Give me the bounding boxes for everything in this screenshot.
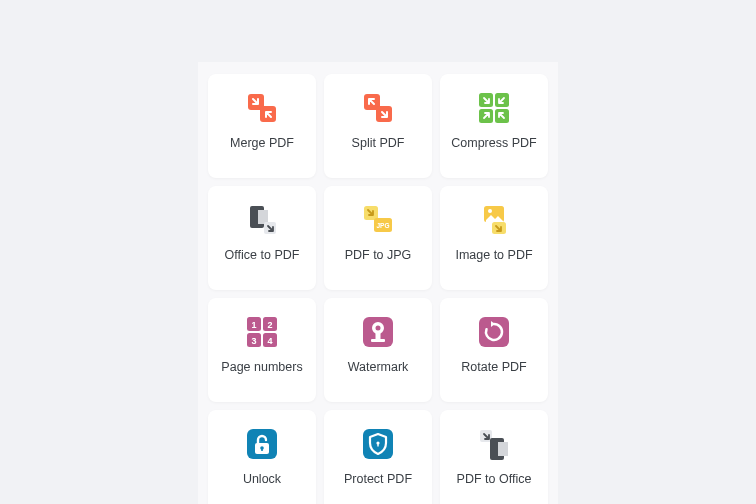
- svg-rect-35: [377, 443, 378, 447]
- office-to-pdf-icon: [242, 200, 282, 240]
- tool-label: Watermark: [348, 360, 409, 376]
- svg-rect-28: [479, 317, 509, 347]
- tool-image-to-pdf[interactable]: Image to PDF: [440, 186, 548, 290]
- tool-split-pdf[interactable]: Split PDF: [324, 74, 432, 178]
- pdf-to-office-icon: [474, 424, 514, 464]
- svg-rect-27: [371, 339, 385, 342]
- tool-label: Rotate PDF: [461, 360, 526, 376]
- tool-compress-pdf[interactable]: Compress PDF: [440, 74, 548, 178]
- tool-label: PDF to Office: [457, 472, 532, 488]
- svg-point-15: [488, 209, 492, 213]
- tool-label: Page numbers: [221, 360, 302, 376]
- merge-icon: [242, 88, 282, 128]
- tool-label: Merge PDF: [230, 136, 294, 152]
- svg-text:4: 4: [267, 336, 272, 346]
- tool-label: Office to PDF: [225, 248, 300, 264]
- tool-pdf-to-office[interactable]: PDF to Office: [440, 410, 548, 504]
- tool-page-numbers[interactable]: 1 2 3 4 Page numbers: [208, 298, 316, 402]
- tool-pdf-to-jpg[interactable]: JPG PDF to JPG: [324, 186, 432, 290]
- svg-rect-9: [258, 210, 268, 224]
- rotate-icon: [474, 312, 514, 352]
- tool-label: PDF to JPG: [345, 248, 412, 264]
- watermark-icon: [358, 312, 398, 352]
- unlock-icon: [242, 424, 282, 464]
- pdf-to-jpg-icon: JPG: [358, 200, 398, 240]
- svg-rect-38: [498, 442, 508, 456]
- split-icon: [358, 88, 398, 128]
- tool-rotate-pdf[interactable]: Rotate PDF: [440, 298, 548, 402]
- tool-office-to-pdf[interactable]: Office to PDF: [208, 186, 316, 290]
- image-to-pdf-icon: [474, 200, 514, 240]
- tool-merge-pdf[interactable]: Merge PDF: [208, 74, 316, 178]
- tool-label: Split PDF: [352, 136, 405, 152]
- tool-label: Protect PDF: [344, 472, 412, 488]
- tool-unlock-pdf[interactable]: Unlock: [208, 410, 316, 504]
- tool-label: Image to PDF: [455, 248, 532, 264]
- svg-text:2: 2: [267, 320, 272, 330]
- tool-protect-pdf[interactable]: Protect PDF: [324, 410, 432, 504]
- svg-rect-32: [261, 448, 263, 451]
- tool-watermark[interactable]: Watermark: [324, 298, 432, 402]
- svg-text:JPG: JPG: [376, 222, 389, 229]
- tool-label: Compress PDF: [451, 136, 536, 152]
- svg-text:1: 1: [251, 320, 256, 330]
- tools-grid: Merge PDF Split PDF: [208, 74, 548, 504]
- protect-icon: [358, 424, 398, 464]
- tool-label: Unlock: [243, 472, 281, 488]
- tools-panel: Merge PDF Split PDF: [198, 62, 558, 504]
- compress-icon: [474, 88, 514, 128]
- svg-text:3: 3: [251, 336, 256, 346]
- page-numbers-icon: 1 2 3 4: [242, 312, 282, 352]
